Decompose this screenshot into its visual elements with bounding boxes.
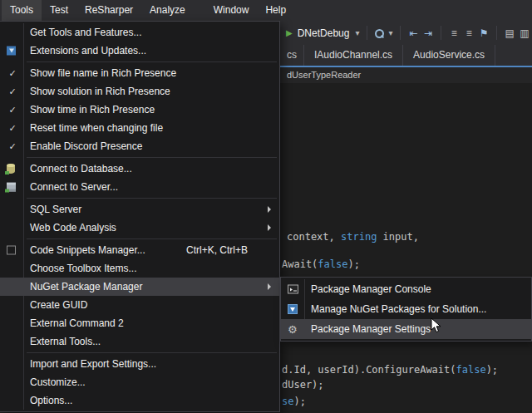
- toolbar-separator: [367, 26, 367, 40]
- menu-item-external-tools[interactable]: External Tools...: [0, 332, 279, 351]
- checkmark-icon: ✓: [6, 141, 19, 152]
- submenu-item-package-manager-settings[interactable]: ⚙ Package Manager Settings: [281, 319, 531, 339]
- menu-separator: [27, 352, 277, 353]
- navigate-backward-icon[interactable]: ⇤: [406, 27, 421, 39]
- extensions-icon: [7, 47, 16, 56]
- menu-item-label: Connect to Server...: [30, 181, 118, 193]
- menu-item-get-tools-and-features[interactable]: Get Tools and Features...: [0, 23, 279, 42]
- tab-document-cropped[interactable]: cs: [280, 45, 304, 66]
- menu-item-label: Web Code Analysis: [30, 222, 116, 234]
- submenu-item-label: Package Manager Settings: [311, 323, 431, 335]
- menu-item-label: Show solution in Rich Presence: [30, 86, 170, 97]
- submenu-item-package-manager-console[interactable]: Package Manager Console: [281, 279, 531, 299]
- menu-item-label: Code Snippets Manager...: [30, 244, 145, 256]
- menubar-gap: [194, 0, 205, 21]
- toolbar-separator: [441, 26, 441, 40]
- code-line: dUser);: [282, 379, 324, 391]
- menu-item-label: NuGet Package Manager: [30, 281, 142, 293]
- search-icon[interactable]: [374, 28, 384, 38]
- toolbar-separator: [400, 26, 401, 40]
- line-list-icon[interactable]: ≡: [446, 27, 461, 39]
- navigate-forward-icon[interactable]: ⇥: [421, 27, 436, 39]
- menu-item-choose-toolbox-items[interactable]: Choose Toolbox Items...: [0, 259, 279, 278]
- menu-item-label: External Command 2: [30, 317, 124, 329]
- menu-item-label: SQL Server: [30, 204, 81, 215]
- gear-icon: ⚙: [288, 324, 298, 335]
- menu-item-label: Options...: [30, 395, 72, 406]
- menu-item-enable-discord-presence[interactable]: ✓ Enable Discord Presence: [0, 137, 279, 155]
- uncomment-icon[interactable]: ▥: [517, 27, 532, 39]
- menu-item-show-file-name[interactable]: ✓ Show file name in Rich Presence: [0, 64, 279, 82]
- navbar-type-name[interactable]: dUserTypeReader: [287, 67, 361, 83]
- menubar-item-test[interactable]: Test: [42, 0, 76, 21]
- menu-item-external-command-2[interactable]: External Command 2: [0, 314, 279, 332]
- menu-item-shortcut: Ctrl+K, Ctrl+B: [186, 244, 273, 256]
- nuget-package-manager-submenu: Package Manager Console Manage NuGet Pac…: [280, 277, 532, 342]
- menubar-item-analyze[interactable]: Analyze: [141, 0, 194, 21]
- menu-separator: [27, 61, 277, 62]
- code-line: se);: [282, 396, 306, 408]
- bookmark-icon[interactable]: ⚑: [476, 27, 491, 39]
- debug-target-dropdown[interactable]: DNetDebug: [298, 27, 350, 39]
- menu-item-extensions-and-updates[interactable]: Extensions and Updates...: [0, 42, 279, 60]
- menu-item-reset-time[interactable]: ✓ Reset time when changing file: [0, 119, 279, 137]
- tab-audioservice[interactable]: AudioService.cs: [403, 45, 495, 66]
- menu-item-label: Create GUID: [30, 299, 87, 311]
- menu-item-label: Reset time when changing file: [30, 122, 163, 134]
- menubar-item-resharper[interactable]: ReSharper: [76, 0, 141, 21]
- menu-item-customize[interactable]: Customize...: [0, 373, 279, 391]
- menu-item-label: Show time in Rich Presence: [30, 104, 155, 116]
- submenu-item-manage-nuget-packages[interactable]: Manage NuGet Packages for Solution...: [281, 299, 531, 319]
- menu-item-label: Extensions and Updates...: [30, 45, 146, 57]
- submenu-item-label: Package Manager Console: [311, 283, 431, 295]
- tools-menu: Get Tools and Features... Extensions and…: [0, 21, 280, 412]
- menu-item-show-time[interactable]: ✓ Show time in Rich Presence: [0, 101, 279, 119]
- menu-separator: [27, 198, 277, 199]
- menubar-item-tools[interactable]: Tools: [2, 0, 42, 21]
- chevron-down-icon[interactable]: ▾: [388, 28, 392, 37]
- menu-item-code-snippets-manager[interactable]: Code Snippets Manager... Ctrl+K, Ctrl+B: [0, 241, 279, 259]
- menu-item-label: Choose Toolbox Items...: [30, 263, 137, 274]
- code-line: context, string input,: [287, 231, 419, 243]
- toolbar-separator: [496, 26, 497, 40]
- comment-icon[interactable]: ▤: [502, 27, 517, 39]
- nuget-packages-icon: [288, 304, 298, 314]
- chevron-down-icon[interactable]: ▾: [355, 28, 359, 37]
- submenu-item-label: Manage NuGet Packages for Solution...: [311, 303, 486, 315]
- menu-bar: Tools Test ReSharper Analyze Window Help: [0, 0, 532, 21]
- code-line: Await(false);: [282, 258, 360, 271]
- menu-item-nuget-package-manager[interactable]: NuGet Package Manager: [0, 278, 279, 296]
- checkmark-icon: ✓: [6, 105, 19, 116]
- console-icon: [288, 285, 298, 294]
- menu-item-label: Get Tools and Features...: [30, 27, 142, 38]
- menu-item-label: Customize...: [30, 376, 86, 388]
- menu-item-connect-to-server[interactable]: Connect to Server...: [0, 178, 279, 196]
- code-snippets-icon: [7, 246, 16, 255]
- menubar-item-window[interactable]: Window: [205, 0, 258, 21]
- checkmark-icon: ✓: [6, 86, 19, 97]
- submenu-arrow-icon: [268, 206, 271, 213]
- menu-item-label: Import and Export Settings...: [30, 358, 156, 370]
- checkmark-icon: ✓: [6, 68, 19, 79]
- tab-iaudiochannel[interactable]: IAudioChannel.cs: [304, 45, 403, 66]
- database-connect-icon: [7, 164, 15, 174]
- menu-item-sql-server[interactable]: SQL Server: [0, 200, 279, 219]
- line-list-alt-icon[interactable]: ≡: [461, 27, 476, 39]
- menu-item-web-code-analysis[interactable]: Web Code Analysis: [0, 219, 279, 237]
- menu-separator: [27, 157, 277, 158]
- menubar-item-help[interactable]: Help: [257, 0, 294, 21]
- menu-item-label: External Tools...: [30, 336, 101, 347]
- submenu-arrow-icon: [268, 224, 271, 231]
- checkmark-icon: ✓: [6, 123, 19, 134]
- menu-item-import-export-settings[interactable]: Import and Export Settings...: [0, 355, 279, 373]
- server-connect-icon: [7, 183, 16, 192]
- menu-item-options[interactable]: Options...: [0, 391, 279, 410]
- code-line: d.Id, userId).ConfigureAwait(false);: [282, 364, 498, 376]
- menu-item-show-solution[interactable]: ✓ Show solution in Rich Presence: [0, 82, 279, 101]
- start-debug-icon[interactable]: ▶: [286, 28, 293, 37]
- menu-item-label: Enable Discord Presence: [30, 140, 142, 152]
- submenu-arrow-icon: [268, 283, 271, 290]
- menu-item-connect-to-database[interactable]: Connect to Database...: [0, 160, 279, 178]
- menu-item-create-guid[interactable]: Create GUID: [0, 296, 279, 314]
- menu-item-label: Connect to Database...: [30, 163, 132, 175]
